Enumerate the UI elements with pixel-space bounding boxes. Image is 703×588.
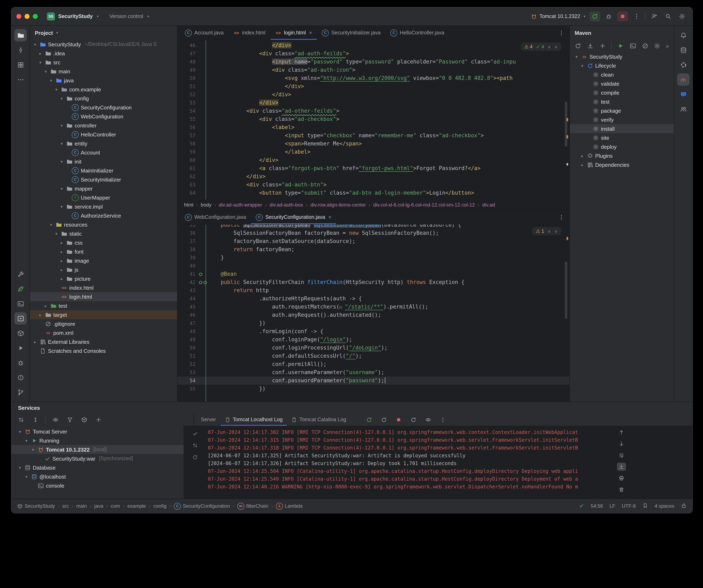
tree-item[interactable]: CAccount [30,148,177,157]
settings-icon[interactable] [677,11,687,21]
tree-item[interactable]: Scratches and Consoles [30,346,177,355]
commit-tool-icon[interactable] [14,44,27,56]
tree-item[interactable]: ▾Running [11,436,184,445]
chevron-right-icon[interactable]: ▸ [38,51,43,56]
chevron-down-icon[interactable]: ▾ [24,438,29,443]
build-tool-icon[interactable] [14,268,27,280]
project-badge[interactable]: SS [47,12,55,20]
tree-item[interactable]: deploy [570,142,674,151]
tree-item[interactable]: ▸css [30,238,177,247]
scroll-to-end-icon[interactable] [617,463,626,471]
chevron-right-icon[interactable]: ▸ [579,162,585,167]
chevron-down-icon[interactable]: ▾ [17,429,22,434]
chevron-down-icon[interactable]: ▾ [54,87,59,92]
tree-item[interactable]: install [570,124,674,133]
tab-index-html[interactable]: <>index.html [229,26,270,40]
tree-item[interactable]: ▾mSecurityStudy [570,52,674,61]
chevron-down-icon[interactable]: ▾ [59,141,64,146]
tree-item[interactable]: ▾@localhost [11,472,184,481]
breadcrumb-item[interactable]: div.row.align-items-center [311,202,366,207]
preview-icon[interactable] [424,416,433,424]
run-configuration[interactable]: Tomcat 10.1.2322 ▾ [531,13,585,19]
tree-item[interactable]: ▾Tomcat Server [11,427,184,436]
run-tool-icon[interactable] [14,342,27,354]
tree-item[interactable]: ▸.idea [30,49,177,58]
chevron-down-icon[interactable]: ▾ [30,447,36,452]
tree-item[interactable]: ▸picture [30,274,177,283]
reload-maven-icon[interactable] [575,42,582,50]
warning-stripe-mark[interactable] [566,237,568,240]
tree-item[interactable]: ▾main [30,67,177,76]
tree-item[interactable]: SecurityStudy:war [Synchronized] [11,454,184,463]
status-ok-icon[interactable] [190,429,200,438]
debug-icon[interactable] [603,11,614,21]
code-with-me-icon[interactable] [649,11,659,21]
tree-item[interactable]: clean [570,70,674,79]
chevron-down-icon[interactable]: ▾ [17,465,22,470]
status-breadcrumb-item[interactable]: example [128,503,146,509]
status-breadcrumb-item[interactable]: java [94,503,103,509]
restart-server-icon[interactable] [379,416,388,424]
status-widget[interactable]: LF [610,503,615,509]
status-lock-icon[interactable] [681,503,687,510]
chevron-right-icon[interactable]: ▸ [59,276,64,281]
tree-item[interactable]: verify [570,115,674,124]
tree-item[interactable]: ▸test [30,301,177,310]
status-breadcrumb-item[interactable]: λLambda [276,503,303,510]
chevron-right-icon[interactable]: ▸ [579,154,585,158]
status-breadcrumb-item[interactable]: config [153,503,166,509]
maven-settings-icon[interactable] [654,42,661,50]
soft-wrap-icon[interactable] [617,451,626,459]
navigate-log-icon[interactable] [190,441,200,449]
skip-tests-icon[interactable] [641,42,648,50]
chevron-down-icon[interactable]: ▾ [43,69,48,74]
status-breadcrumb-item[interactable]: SecurityStudy [17,503,55,509]
project-panel-header[interactable]: Project ▾ [30,26,177,40]
project-tool-icon[interactable] [14,29,27,41]
status-breadcrumb-item[interactable]: com [111,503,120,509]
status-breadcrumb-item[interactable]: CSecurityConfiguration [174,503,230,510]
notifications-icon[interactable] [677,29,690,41]
close-tab-icon[interactable]: × [328,214,331,220]
tree-item[interactable]: ▾Tomcat 10.1.2322 [local] [11,445,184,454]
tree-item[interactable]: ▸External Libraries [30,337,177,346]
close-tab-icon[interactable]: × [309,30,312,36]
services-header[interactable]: Services [11,402,692,413]
chevron-down-icon[interactable]: ▾ [59,186,64,191]
next-problem-icon[interactable]: ∨ [554,229,557,233]
minimize-window-button[interactable] [24,14,29,19]
more-tools-icon[interactable] [14,73,27,86]
tab-securityinitializer-java[interactable]: CSecurityInitializer.java [317,26,385,40]
tree-item[interactable]: .gitignore [30,319,177,328]
tree-item[interactable]: ▾com.example [30,85,177,94]
services-tool-icon[interactable] [14,312,27,325]
status-breadcrumb-item[interactable]: src [62,503,69,509]
chevron-down-icon[interactable]: ▾ [59,96,64,101]
scroll-up-icon[interactable] [617,428,626,436]
chevron-down-icon[interactable]: ▾ [54,231,59,236]
tab-options-icon[interactable] [553,210,569,224]
rerun-icon[interactable] [590,11,600,21]
print-icon[interactable] [617,474,626,482]
tree-item[interactable]: ▸font [30,247,177,256]
breadcrumb-item[interactable]: div.ad [482,202,495,207]
tree-item[interactable]: ▾config [30,94,177,103]
next-problem-icon[interactable]: ∨ [554,45,557,49]
tree-item[interactable]: ▾static [30,229,177,238]
console-tab-tomcat-localhost-log[interactable]: Tomcat Localhost Log [221,413,287,426]
bean-gutter-icon[interactable] [203,280,207,284]
chevron-right-icon[interactable]: ▸ [59,249,64,254]
tree-item[interactable]: ▾controller [30,121,177,130]
chevron-down-icon[interactable]: ▾ [48,222,54,227]
chevron-right-icon[interactable]: ▸ [59,267,64,272]
tree-item[interactable]: ▾src [30,58,177,67]
tree-item[interactable]: test [570,97,674,106]
tree-item[interactable]: ▸Plugins [570,151,674,160]
tab-webconfiguration-java[interactable]: CWebConfiguration.java [180,210,251,224]
project-name[interactable]: SecurityStudy [58,13,93,19]
breadcrumb-item[interactable]: div.ad-auth-box [269,202,303,207]
chevron-down-icon[interactable]: ▾ [59,123,64,128]
status-bookmark-icon[interactable] [642,503,648,510]
navigate-icon[interactable] [16,416,25,424]
tree-item[interactable]: ▾mapper [30,184,177,193]
